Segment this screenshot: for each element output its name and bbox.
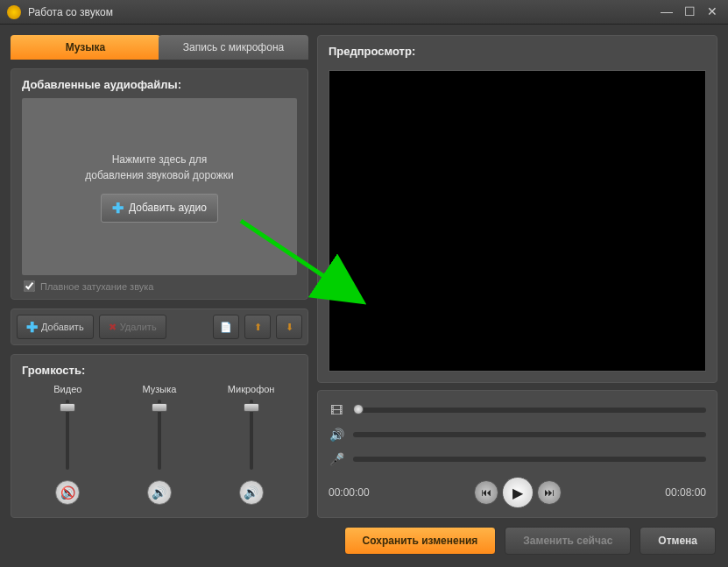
mic-track-row: 🎤	[329, 449, 706, 470]
mic-track-slider[interactable]	[353, 457, 706, 462]
volume-title: Громкость:	[22, 364, 297, 377]
cancel-button[interactable]: Отмена	[640, 527, 716, 555]
next-button[interactable]: ⏭	[537, 480, 562, 505]
close-button[interactable]: ✕	[703, 5, 721, 19]
video-volume-slider[interactable]	[57, 400, 78, 470]
bottom-buttons: Сохранить изменения Заменить сейчас Отме…	[11, 527, 717, 556]
move-down-button[interactable]: ⬇	[276, 315, 302, 339]
audio-track-slider[interactable]	[353, 432, 706, 437]
video-track-row: 🎞	[329, 400, 706, 421]
mic-speaker-icon[interactable]: 🔊	[239, 480, 264, 505]
film-icon: 🎞	[329, 403, 344, 417]
preview-title: Предпросмотр:	[329, 45, 706, 58]
file-icon: 📄	[220, 322, 232, 333]
volume-music: Музыка 🔊	[124, 384, 194, 505]
preview-panel: Предпросмотр:	[317, 35, 717, 383]
audio-drop-zone[interactable]: Нажмите здесь для добавления звуковой до…	[22, 98, 297, 275]
tabs: Музыка Запись с микрофона	[11, 35, 308, 60]
music-speaker-icon[interactable]: 🔊	[147, 480, 172, 505]
volume-mic: Микрофон 🔊	[216, 384, 286, 505]
audio-panel-title: Добавленные аудиофайлы:	[22, 78, 297, 91]
add-audio-button[interactable]: ✚ Добавить аудио	[101, 194, 218, 223]
tab-music[interactable]: Музыка	[11, 35, 160, 60]
x-icon: ✖	[109, 322, 117, 333]
move-up-button[interactable]: ⬆	[244, 315, 271, 339]
fade-checkbox[interactable]	[24, 280, 35, 292]
video-mute-icon[interactable]: 🔊🚫	[55, 480, 80, 505]
maximize-button[interactable]: ☐	[681, 5, 698, 19]
file-button[interactable]: 📄	[213, 315, 239, 339]
time-total: 00:08:00	[665, 486, 706, 499]
fade-label: Плавное затухание звука	[40, 281, 153, 292]
audio-files-panel: Добавленные аудиофайлы: Нажмите здесь дл…	[11, 68, 308, 300]
window-title: Работа со звуком	[28, 6, 653, 18]
video-track-slider[interactable]	[353, 408, 706, 413]
play-controls: ⏮ ▶ ⏭	[474, 477, 562, 508]
plus-icon: ✚	[26, 319, 38, 336]
audio-toolbar: ✚Добавить ✖Удалить 📄 ⬆ ⬇	[11, 308, 308, 345]
play-button[interactable]: ▶	[502, 477, 534, 508]
save-button[interactable]: Сохранить изменения	[344, 527, 497, 555]
arrow-down-icon: ⬇	[286, 322, 293, 333]
music-volume-slider[interactable]	[149, 400, 170, 470]
remove-button[interactable]: ✖Удалить	[99, 315, 166, 339]
drop-hint: Нажмите здесь для добавления звуковой до…	[85, 152, 233, 183]
tracks-panel: 🎞 🔊 🎤 00:00:00 ⏮ ▶ ⏭	[317, 390, 717, 518]
mic-volume-slider[interactable]	[241, 400, 262, 470]
audio-track-row: 🔊	[329, 424, 706, 445]
mic-icon: 🎤	[329, 452, 344, 466]
speaker-icon: 🔊	[329, 428, 344, 442]
replace-now-button[interactable]: Заменить сейчас	[505, 527, 631, 555]
titlebar: Работа со звуком — ☐ ✕	[0, 0, 728, 25]
prev-button[interactable]: ⏮	[474, 480, 498, 505]
add-audio-label: Добавить аудио	[129, 202, 207, 214]
fade-checkbox-row[interactable]: Плавное затухание звука	[22, 275, 297, 292]
add-button[interactable]: ✚Добавить	[17, 315, 94, 339]
minimize-button[interactable]: —	[658, 5, 675, 19]
time-current: 00:00:00	[329, 486, 370, 499]
preview-area	[329, 70, 706, 372]
tab-mic-record[interactable]: Запись с микрофона	[159, 35, 308, 60]
volume-video: Видео 🔊🚫	[32, 384, 102, 505]
plus-icon: ✚	[112, 200, 124, 216]
app-icon	[7, 5, 21, 19]
arrow-up-icon: ⬆	[254, 322, 262, 333]
volume-panel: Громкость: Видео 🔊🚫 Музыка	[11, 354, 308, 518]
